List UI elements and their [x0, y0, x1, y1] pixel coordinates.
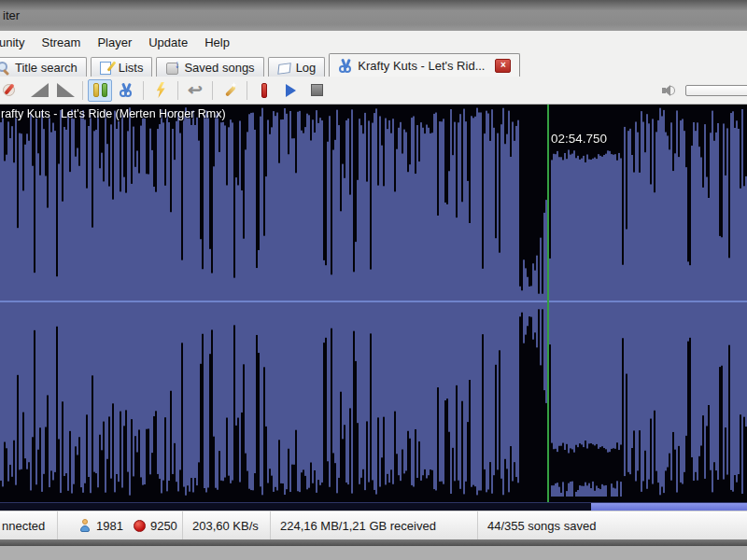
undo-button[interactable]: ↩: [183, 79, 207, 102]
status-bar: nnected 1981 9250 203,60 KB/s 224,16 MB/…: [0, 511, 747, 539]
magic-wand-icon: [222, 82, 238, 98]
play-icon: [286, 84, 296, 97]
playhead-timestamp: 02:54.750: [551, 132, 607, 146]
title-bar[interactable]: iter: [0, 0, 747, 31]
status-streams: 1981 9250: [58, 511, 183, 539]
playhead-line[interactable]: [547, 105, 549, 502]
speaker-icon[interactable]: [661, 83, 677, 97]
stop-button[interactable]: [304, 79, 329, 102]
play-position-button[interactable]: [252, 79, 276, 102]
tab-label: Krafty Kuts - Let's Rid...: [358, 59, 485, 73]
tab-saved-songs[interactable]: Saved songs: [156, 57, 263, 77]
fade-out-button[interactable]: [53, 79, 78, 102]
log-icon: [277, 61, 291, 75]
listeners-icon: [78, 519, 92, 532]
track-title: rafty Kuts - Let's Ride (Merten Horger R…: [1, 107, 226, 120]
menu-bar: unity Stream Player Update Help: [0, 31, 747, 53]
recording-icon: [134, 520, 146, 532]
menu-item-help[interactable]: Help: [196, 33, 238, 52]
recordings-count: 9250: [150, 519, 177, 533]
menu-item-community[interactable]: unity: [0, 33, 33, 52]
tab-label: Log: [296, 61, 317, 75]
volume-controls: [661, 83, 747, 97]
listeners-count: 1981: [96, 519, 123, 533]
window-bottom-edge: [0, 539, 747, 546]
cut-toolbar: ↩: [0, 77, 747, 105]
toolbar-separator: [177, 81, 178, 100]
save-icon: [165, 61, 179, 75]
edit-icon: [100, 61, 114, 75]
play-button[interactable]: [278, 79, 303, 102]
marker-button[interactable]: [1, 79, 25, 102]
waveform-view: rafty Kuts - Let's Ride (Merten Horger R…: [0, 105, 747, 502]
tab-current-song[interactable]: Krafty Kuts - Let's Rid... ×: [329, 53, 520, 77]
menu-item-stream[interactable]: Stream: [33, 33, 89, 52]
close-tab-button[interactable]: ×: [495, 59, 511, 73]
tab-label: Title search: [15, 61, 78, 75]
play-position-icon: [261, 83, 268, 98]
tab-title-search[interactable]: Title search: [0, 57, 87, 77]
scissors-cut-icon: [119, 83, 134, 97]
status-songs-saved: 44/355 songs saved: [478, 511, 747, 539]
stop-icon: [311, 84, 323, 96]
cut-button[interactable]: [114, 79, 138, 102]
status-speed: 203,60 KB/s: [183, 511, 271, 539]
status-connection: nnected: [0, 511, 58, 539]
effects-bolt-icon: [155, 82, 167, 98]
marker-icon: [1, 82, 18, 98]
toolbar-separator: [247, 81, 247, 100]
menu-item-player[interactable]: Player: [89, 33, 140, 52]
tab-lists[interactable]: Lists: [91, 57, 153, 77]
tab-log[interactable]: Log: [268, 57, 326, 77]
toolbar-separator: [82, 81, 83, 100]
progress-remaining: [591, 503, 747, 511]
status-received: 224,16 MB/1,21 GB received: [271, 511, 478, 539]
effects-button[interactable]: [148, 79, 173, 102]
fade-out-icon: [57, 83, 75, 97]
wand-button[interactable]: [218, 79, 242, 102]
window-title: iter: [3, 8, 20, 22]
tab-label: Saved songs: [184, 61, 254, 75]
undo-icon: ↩: [188, 82, 203, 98]
desktop-background: [0, 546, 747, 560]
progress-bar[interactable]: [0, 502, 747, 511]
menu-item-update[interactable]: Update: [140, 33, 196, 52]
app-window: iter unity Stream Player Update Help Tit…: [0, 0, 747, 560]
tab-strip: Title search Lists Saved songs Log Kraft…: [0, 53, 747, 77]
cut-marks-toggle[interactable]: [88, 79, 112, 102]
fade-in-icon: [31, 83, 49, 97]
toolbar-separator: [143, 81, 144, 100]
waveform-canvas[interactable]: [0, 105, 747, 502]
cut-marks-icon: [93, 83, 107, 97]
search-icon: [0, 61, 10, 75]
volume-slider[interactable]: [685, 85, 747, 96]
tab-label: Lists: [119, 61, 144, 75]
toolbar-separator: [212, 81, 213, 100]
fade-in-button[interactable]: [27, 79, 51, 102]
scissors-icon: [338, 59, 353, 73]
